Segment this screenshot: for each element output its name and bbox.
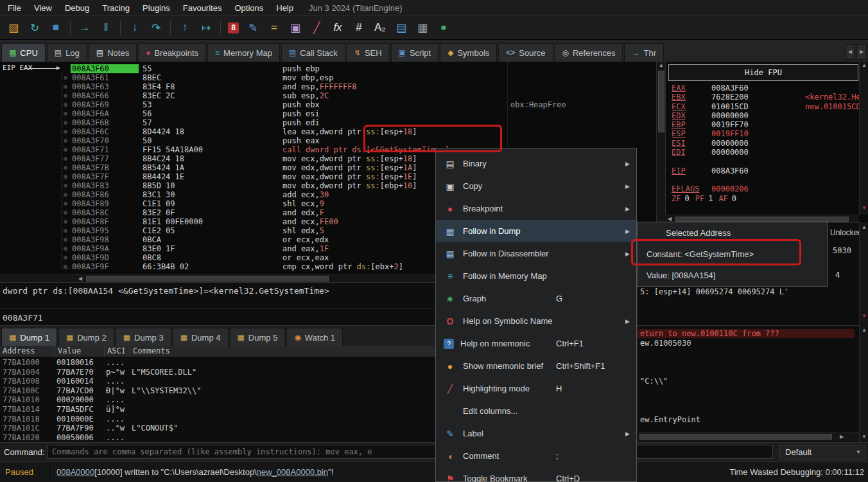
- dump-header-ascii[interactable]: ASCI: [107, 346, 126, 355]
- tab-seh[interactable]: ↯SEH: [347, 43, 390, 62]
- step-over-icon[interactable]: ↷: [149, 21, 163, 35]
- open-file-icon[interactable]: ▨: [6, 21, 21, 35]
- stop-icon[interactable]: ■: [49, 21, 63, 34]
- register-row[interactable]: ESI00000000: [666, 139, 860, 148]
- tab-breakpoints[interactable]: ●Breakpoints: [138, 43, 206, 62]
- scroll-up-icon[interactable]: ▲: [657, 62, 666, 69]
- execute-till-return-icon[interactable]: ↑: [178, 21, 192, 34]
- patch-icon[interactable]: ✎: [246, 21, 260, 35]
- args-vertical-scrollbar[interactable]: ▲ ▼: [859, 222, 868, 325]
- status-link[interactable]: new_008A0000.bin: [257, 467, 328, 477]
- breakpoint-gutter-dot[interactable]: [64, 139, 67, 143]
- dump-header-value[interactable]: Value: [58, 346, 81, 355]
- breakpoint-gutter-dot[interactable]: [64, 229, 67, 233]
- calculator-icon[interactable]: ▦: [415, 21, 430, 35]
- breakpoint-gutter-dot[interactable]: [64, 85, 67, 89]
- context-menu-item-edit-columns[interactable]: Edit columns...: [436, 400, 636, 422]
- context-menu-item-help-on-symbolic-name[interactable]: OHelp on Symbolic Name▶: [436, 310, 636, 332]
- scroll-down-icon[interactable]: ▼: [860, 204, 868, 212]
- menubar-item-plugins[interactable]: Plugins: [136, 1, 177, 15]
- breakpoint-gutter-dot[interactable]: [64, 103, 67, 107]
- breakpoint-gutter-dot[interactable]: [64, 76, 67, 80]
- register-row[interactable]: [666, 175, 860, 184]
- menubar-item-help[interactable]: Help: [270, 1, 300, 15]
- status-link[interactable]: 008A0000: [56, 467, 94, 477]
- disasm-row[interactable]: 008A3F6953push ebxebx:HeapFree: [0, 100, 656, 109]
- disasm-row[interactable]: 008A3F618BECmov ebp,esp: [0, 73, 656, 82]
- register-row[interactable]: EBP0019FF70: [666, 120, 860, 129]
- context-menu-item-highlighting-mode[interactable]: ╱Highlighting modeH: [436, 377, 636, 400]
- scroll-down-icon[interactable]: ▼: [860, 312, 868, 320]
- animate-icon[interactable]: 8: [228, 22, 239, 33]
- breakpoint-gutter-dot[interactable]: [64, 265, 67, 269]
- breakpoint-gutter-dot[interactable]: [64, 184, 67, 188]
- tab-cpu[interactable]: ▦CPU: [1, 43, 46, 62]
- tab-symbols[interactable]: ◆Symbols: [440, 43, 497, 62]
- disasm-row[interactable]: 008A3F6055push ebp: [0, 64, 656, 73]
- compare-icon[interactable]: =: [267, 21, 281, 34]
- tab-call-stack[interactable]: ▤Call Stack: [281, 43, 345, 62]
- scrollbar-thumb[interactable]: [639, 434, 832, 440]
- context-menu-item-breakpoint[interactable]: ●Breakpoint▶: [436, 197, 636, 220]
- command-input[interactable]: [48, 445, 773, 459]
- highlight-brush-icon[interactable]: ╱: [309, 21, 324, 35]
- hash-icon[interactable]: #: [352, 21, 366, 34]
- menubar-item-file[interactable]: File: [1, 1, 28, 15]
- submenu-item-constant-getsystemtime[interactable]: Constant: <GetSystemTime>: [638, 244, 828, 265]
- context-menu-item-follow-in-dump[interactable]: ▦Follow in Dump▶: [436, 220, 636, 242]
- stack-line[interactable]: ew.01005030: [640, 339, 691, 348]
- context-menu-item-comment[interactable]: ◖Comment;: [436, 445, 636, 467]
- stack-horizontal-scrollbar[interactable]: ▶: [637, 432, 859, 441]
- tab-script[interactable]: ▣Script: [391, 43, 439, 62]
- breakpoint-gutter-dot[interactable]: [64, 256, 67, 260]
- stack-line[interactable]: "C:\\": [640, 377, 668, 386]
- breakpoint-gutter-dot[interactable]: [64, 112, 67, 116]
- args-row-5[interactable]: 5: [esp+14] 00695274 00695274 L': [640, 287, 788, 296]
- tab-scroll-right-icon[interactable]: ▶: [856, 44, 867, 60]
- tab-notes[interactable]: ▤Notes: [89, 43, 137, 62]
- disasm-row[interactable]: 008A3F6B57push edi: [0, 118, 656, 127]
- register-row[interactable]: EAX008A3F60: [666, 84, 860, 93]
- font-size-icon[interactable]: A₂: [373, 21, 387, 34]
- register-row[interactable]: EDI00000000: [666, 148, 860, 157]
- disasm-row[interactable]: 008A3F6A56push esi: [0, 109, 656, 118]
- register-row[interactable]: EFLAGS00000206: [666, 184, 860, 193]
- run-icon[interactable]: →: [78, 21, 92, 34]
- register-row[interactable]: EIP008A3F60: [666, 166, 860, 175]
- context-menu-item-follow-in-disassembler[interactable]: ▦Follow in Disassembler▶: [436, 242, 636, 265]
- context-menu-item-graph[interactable]: ∗GraphG: [436, 287, 636, 310]
- tab-dump-2[interactable]: ▦Dump 2: [58, 328, 114, 346]
- tab-watch-1[interactable]: ◉Watch 1: [286, 328, 343, 346]
- scroll-down-icon[interactable]: ▼: [860, 433, 868, 441]
- register-row[interactable]: ESP0019FF10: [666, 129, 860, 138]
- tab-threads[interactable]: →Thr: [624, 43, 664, 62]
- breakpoint-gutter-dot[interactable]: [64, 175, 67, 179]
- breakpoint-gutter-dot[interactable]: [64, 202, 67, 206]
- menubar-item-favourites[interactable]: Favourites: [177, 1, 229, 15]
- context-menu-item-label[interactable]: ✎Label▶: [436, 422, 636, 445]
- disasm-row[interactable]: 008A3F6C8D4424 18lea eax,dword ptr ss:[e…: [0, 127, 656, 136]
- context-menu-item-toggle-bookmark[interactable]: ⚑Toggle BookmarkCtrl+D: [436, 467, 636, 482]
- breakpoint-gutter-dot[interactable]: [64, 220, 67, 224]
- submenu-item-value-008aa154[interactable]: Value: [008AA154]: [638, 265, 828, 286]
- tab-dump-5[interactable]: ▦Dump 5: [230, 328, 286, 346]
- scroll-right-icon[interactable]: ▶: [837, 433, 846, 441]
- scrollbar-thumb[interactable]: [658, 71, 664, 132]
- breakpoint-gutter-dot[interactable]: [64, 130, 67, 134]
- tab-scroll-left-icon[interactable]: ◀: [845, 44, 855, 60]
- tab-source[interactable]: <>Source: [498, 43, 553, 62]
- context-menu-item-copy[interactable]: ▣Copy▶: [436, 175, 636, 197]
- menubar-item-tracing[interactable]: Tracing: [96, 1, 136, 15]
- tab-dump-1[interactable]: ▦Dump 1: [1, 328, 57, 346]
- stack-vertical-scrollbar[interactable]: ▲ ▼: [859, 325, 868, 442]
- menubar-item-view[interactable]: View: [28, 1, 58, 15]
- restart-icon[interactable]: ↻: [28, 21, 42, 35]
- pause-icon[interactable]: ‖: [99, 21, 113, 34]
- dump-header-comments[interactable]: Comments: [133, 346, 170, 355]
- breakpoint-gutter-dot[interactable]: [64, 121, 67, 125]
- tab-dump-3[interactable]: ▦Dump 3: [116, 328, 171, 346]
- command-combo[interactable]: Default ▼: [779, 445, 865, 460]
- skip-icon[interactable]: ↦: [199, 21, 213, 35]
- registers-vertical-scrollbar[interactable]: ▲ ▼: [859, 62, 868, 215]
- tab-dump-4[interactable]: ▦Dump 4: [173, 328, 229, 346]
